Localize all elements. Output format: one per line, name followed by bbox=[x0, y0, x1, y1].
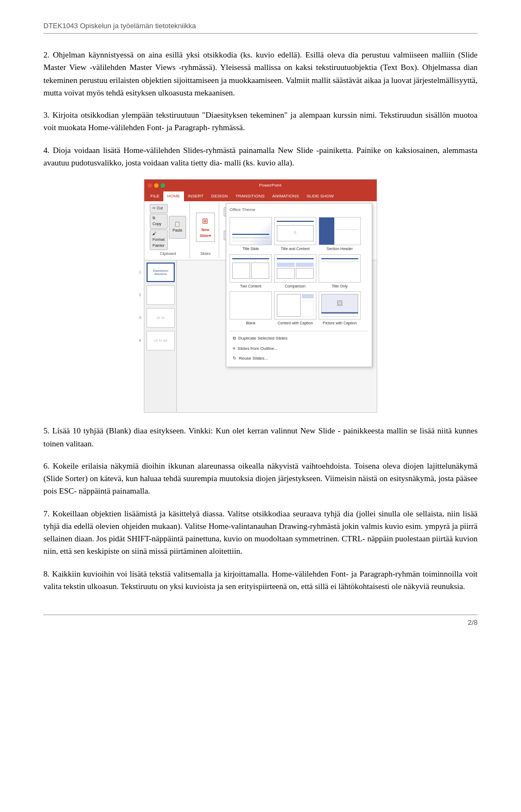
slide-4-text: ck to ad bbox=[154, 338, 168, 344]
layout-two-content[interactable]: Two Content bbox=[230, 254, 272, 290]
page-number: 2/8 bbox=[468, 618, 478, 626]
thumb-line-2 bbox=[232, 238, 269, 238]
pc-image: 🖼 bbox=[321, 294, 358, 312]
paragraph-5: 5. Lisää 10 tyhjää (Blank) diaa esitykse… bbox=[43, 425, 478, 450]
menu-duplicate-slides[interactable]: ⧉ Duplicate Selected Slides bbox=[230, 334, 368, 343]
layout-name-title-only: Title Only bbox=[332, 284, 347, 290]
paste-button[interactable]: 📋Paste bbox=[169, 216, 186, 239]
section-8: 8. Kaikkiin kuvioihin voi lisätä tekstiä… bbox=[43, 568, 478, 593]
page: DTEK1043 Opiskelun ja työelämän tietotek… bbox=[0, 0, 521, 812]
slide-num-4: 4 bbox=[139, 338, 141, 344]
thumb-title-content: ☰ bbox=[274, 217, 316, 245]
cut-button[interactable]: ✂ Cut bbox=[150, 204, 168, 213]
cc-content bbox=[277, 294, 301, 317]
section-7: 7. Kokeillaan objektien lisäämistä ja kä… bbox=[43, 508, 478, 558]
layout-blank[interactable]: Blank bbox=[230, 291, 272, 327]
sh-line2 bbox=[336, 229, 358, 230]
paragraph-6: 6. Kokeile erilaisia näkymiä dioihin ikk… bbox=[43, 460, 478, 498]
tab-animations[interactable]: ANIMATIONS bbox=[269, 191, 303, 201]
thumb-title-only bbox=[319, 254, 361, 283]
slide-thumb-2[interactable] bbox=[147, 285, 175, 305]
slide-1-text: Diaesityksentekeminen bbox=[152, 268, 169, 277]
thumb-line-3 bbox=[232, 241, 269, 241]
layout-name-picture-caption: Picture with Caption bbox=[323, 321, 357, 327]
ppt-window-title: PowerPoint bbox=[167, 182, 373, 189]
slide-3-wrapper: 3 ck to bbox=[147, 308, 174, 328]
tab-insert[interactable]: INSERT bbox=[184, 191, 207, 201]
slides-group: ⊞ NewSlide▾ Slides Office Theme bbox=[192, 203, 219, 258]
slides-label: Slides bbox=[200, 251, 211, 257]
layout-title-only[interactable]: Title Only bbox=[319, 254, 361, 290]
slide-1-wrapper: 1 Diaesityksentekeminen bbox=[147, 263, 174, 282]
comp-box2 bbox=[296, 268, 314, 279]
sh-line1 bbox=[336, 226, 358, 227]
tab-slideshow[interactable]: SLIDE SHOW bbox=[303, 191, 338, 201]
layout-section-title: Office Theme bbox=[230, 207, 368, 213]
menu-reuse-slides[interactable]: ↻ Reuse Slides... bbox=[230, 354, 368, 363]
layout-name-section-header: Section Header bbox=[327, 246, 353, 252]
paragraph-8: 8. Kaikkiin kuvioihin voi lisätä tekstiä… bbox=[43, 568, 478, 593]
clipboard-inner: ✂ Cut ⧉ Copy 🖌 Format Painter bbox=[150, 204, 168, 250]
copy-button[interactable]: ⧉ Copy bbox=[150, 214, 168, 229]
pc-caption-line bbox=[321, 316, 358, 317]
thumb-line-1 bbox=[232, 234, 269, 235]
layout-content-caption[interactable]: Content with Caption bbox=[274, 291, 316, 327]
layout-grid: Title Slide ☰ bbox=[230, 217, 368, 327]
slide-num-1: 1 bbox=[139, 270, 141, 276]
cc-caption bbox=[302, 300, 314, 317]
layout-picture-caption[interactable]: 🖼 Picture with Caption bbox=[319, 291, 361, 327]
layout-name-comparison: Comparison bbox=[285, 284, 306, 290]
new-slide-button[interactable]: ⊞ NewSlide▾ bbox=[196, 213, 215, 241]
layout-comparison[interactable]: Comparison bbox=[274, 254, 316, 290]
tab-design[interactable]: DESIGN bbox=[207, 191, 232, 201]
ppt-titlebar: PowerPoint bbox=[144, 180, 377, 191]
header-title: DTEK1043 Opiskelun ja työelämän tietotek… bbox=[43, 22, 196, 30]
ppt-ribbon-tabs: FILE HOME INSERT DESIGN TRANSITIONS ANIM… bbox=[144, 191, 377, 201]
sh-sidebar bbox=[319, 218, 334, 245]
clipboard-buttons: ✂ Cut ⧉ Copy 🖌 Format Painter 📋Paste bbox=[150, 204, 186, 250]
thumb-content-caption bbox=[274, 291, 316, 319]
outline-icon: ≡ bbox=[233, 346, 236, 352]
comp-box1 bbox=[277, 268, 295, 279]
slide-2-wrapper: 2 bbox=[147, 285, 174, 305]
section-4: 4. Dioja voidaan lisätä Home-välilehden … bbox=[43, 144, 478, 413]
duplicate-icon: ⧉ bbox=[233, 335, 236, 342]
layout-section-header[interactable]: Section Header bbox=[319, 217, 361, 252]
twoc-title bbox=[232, 258, 269, 259]
thumb-blank bbox=[230, 291, 272, 319]
comp-head1 bbox=[277, 263, 295, 267]
layout-name-title-content: Title and Content bbox=[281, 246, 309, 252]
tc-content-box: ☰ bbox=[277, 225, 314, 241]
tab-home[interactable]: HOME bbox=[163, 191, 184, 201]
layout-title-slide[interactable]: Title Slide bbox=[230, 217, 272, 252]
page-header: DTEK1043 Opiskelun ja työelämän tietotek… bbox=[43, 22, 478, 34]
twoc-box2 bbox=[251, 263, 269, 279]
ppt-screenshot-container: PowerPoint FILE HOME INSERT DESIGN TRANS… bbox=[43, 179, 478, 413]
paragraph-7: 7. Kokeillaan objektien lisäämistä ja kä… bbox=[43, 508, 478, 558]
menu-slides-from-outline[interactable]: ≡ Slides from Outline... bbox=[230, 344, 368, 354]
layout-name-blank: Blank bbox=[246, 321, 256, 327]
slide-thumb-1[interactable]: Diaesityksentekeminen bbox=[147, 263, 175, 282]
layout-name-content-caption: Content with Caption bbox=[277, 321, 313, 327]
titlebar-dot-green bbox=[161, 183, 165, 188]
reuse-label: Reuse Slides... bbox=[239, 355, 268, 362]
tab-transitions[interactable]: TRANSITIONS bbox=[232, 191, 269, 201]
thumb-comparison bbox=[274, 254, 316, 283]
slide-thumb-3[interactable]: ck to bbox=[147, 308, 175, 328]
slide-3-text: ck to bbox=[157, 315, 165, 321]
tab-file[interactable]: FILE bbox=[147, 191, 163, 201]
slide-thumb-4[interactable]: ck to ad bbox=[147, 331, 175, 350]
section-5: 5. Lisää 10 tyhjää (Blank) diaa esitykse… bbox=[43, 425, 478, 450]
section-2: 2. Ohjelman käynnistyessä on aina esillä… bbox=[43, 49, 478, 99]
main-content: 2. Ohjelman käynnistyessä on aina esillä… bbox=[43, 49, 478, 593]
comp-head2 bbox=[296, 263, 314, 267]
outline-label: Slides from Outline... bbox=[238, 346, 278, 352]
twoc-box1 bbox=[232, 263, 250, 279]
slide-4-wrapper: 4 ck to ad bbox=[147, 331, 174, 350]
layout-title-content[interactable]: ☰ Title and Content bbox=[274, 217, 316, 252]
slides-buttons: ⊞ NewSlide▾ bbox=[196, 204, 215, 250]
section-6: 6. Kokeile erilaisia näkymiä dioihin ikk… bbox=[43, 460, 478, 498]
clipboard-label: Clipboard bbox=[160, 251, 176, 257]
ppt-slide-panel: 1 Diaesityksentekeminen 2 bbox=[144, 260, 177, 412]
format-painter-button[interactable]: 🖌 Format Painter bbox=[150, 229, 168, 251]
